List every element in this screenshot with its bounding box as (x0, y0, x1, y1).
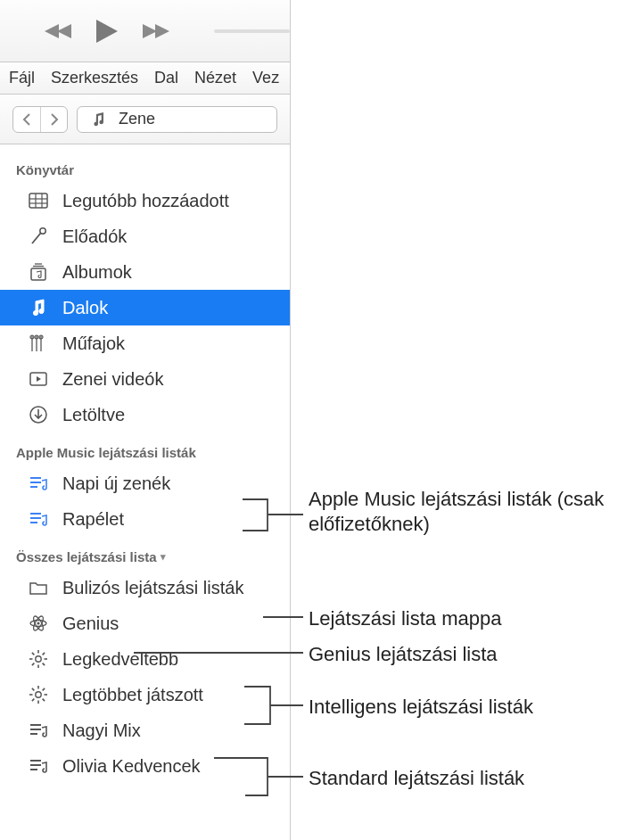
callout-connectors (0, 0, 626, 840)
